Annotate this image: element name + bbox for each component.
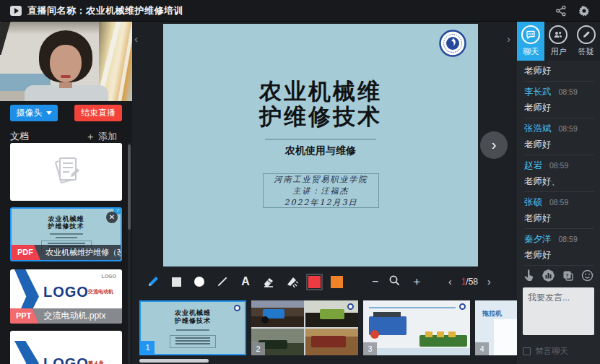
- ppt-badge: PPT: [10, 308, 38, 324]
- slide-thumbnail-2[interactable]: 2: [251, 300, 358, 355]
- room-title: 直播间名称：农业机械维护维修培训: [27, 4, 183, 17]
- slide-credit-box: 河南工业贸易职业学院 主讲：汪福杰 2022年12月3日: [263, 173, 379, 208]
- thumbnail-number: 3: [363, 342, 377, 355]
- left-panel: 摄像头 结束直播 文档 ＋ 添加 农业机械维 护维修技术: [0, 22, 132, 364]
- tab-users[interactable]: 用户: [544, 22, 572, 61]
- eraser-tool-icon[interactable]: [262, 275, 275, 288]
- webcam-preview: [0, 22, 132, 101]
- docs-panel-title: 文档: [10, 130, 29, 143]
- line-tool[interactable]: [216, 275, 229, 288]
- topbar: 直播间名称：农业机械维护维修培训: [0, 0, 600, 22]
- slide-subtitle: 农机使用与维修: [163, 144, 478, 157]
- page-indicator: 1/58: [461, 277, 478, 287]
- slide-title: 农业机械维 护维修技术: [163, 79, 478, 129]
- plus-icon: ＋: [85, 132, 95, 141]
- pencil-icon: [577, 25, 596, 44]
- pdf-badge: PDF: [12, 245, 40, 260]
- live-classroom-app: 直播间名称：农业机械维护维修培训 摄: [0, 0, 600, 364]
- quiz-icon[interactable]: ?: [562, 269, 575, 285]
- ppt-chevron-graphic: [14, 341, 39, 364]
- magnifier-icon[interactable]: [388, 274, 401, 290]
- tractor-photo: [251, 300, 304, 327]
- docs-scrollbar[interactable]: [128, 143, 131, 364]
- emoji-icon[interactable]: [581, 269, 594, 285]
- chat-message: 张浩斌08:59 老师好: [524, 118, 594, 155]
- logo-dot-icon: [459, 303, 466, 310]
- ellipse-tool[interactable]: [193, 275, 206, 288]
- college-logo: [439, 30, 466, 57]
- chat-message: 李长武08:59 老师好: [524, 82, 594, 118]
- zoom-out-button[interactable]: −: [372, 275, 378, 288]
- sprayer-photo: [369, 316, 406, 335]
- checkbox-icon: [523, 347, 531, 355]
- whiteboard-doc-icon: [50, 155, 83, 188]
- raise-hand-icon[interactable]: [523, 269, 535, 285]
- chevron-down-icon: [46, 111, 52, 115]
- chat-sidebar: 聊天 用户 答疑 老师好 李长武08:59 老师好: [517, 22, 600, 364]
- clear-brush-icon[interactable]: [285, 275, 298, 288]
- chat-message: 张腾宇08:59 老师好: [524, 266, 594, 266]
- chat-message: 秦夕洋08:59 老师好: [524, 229, 594, 266]
- color-swatch-red[interactable]: [308, 276, 321, 288]
- thumbnails-scrollbar[interactable]: [139, 359, 209, 363]
- chat-tools-row: ?: [523, 269, 594, 285]
- planter-photo: [419, 335, 467, 347]
- gear-icon[interactable]: [578, 5, 590, 17]
- thumbnail-number: 4: [475, 342, 489, 355]
- svg-text:?: ?: [565, 272, 569, 278]
- main-stage: ‹ › 农业机械维 护维修技术 农机使用与维修 河南工业贸易职业学院 主讲：汪福…: [132, 22, 517, 364]
- chat-message: 老师好: [524, 61, 594, 82]
- thumbnail-number: 1: [141, 341, 155, 354]
- slide-thumbnail-1[interactable]: 农业机械维 护维修技术 1: [139, 300, 246, 355]
- slide-canvas[interactable]: 农业机械维 护维修技术 农机使用与维修 河南工业贸易职业学院 主讲：汪福杰 20…: [163, 24, 478, 266]
- thumbnail-number: 2: [251, 342, 265, 355]
- slide-thumbnail-3[interactable]: 3: [363, 300, 470, 355]
- doc-card-pdf[interactable]: 农业机械维 护维修技术 PDF 农业机械维护维修（改... ? ✕: [10, 207, 122, 261]
- users-icon: [549, 25, 568, 44]
- pen-tool-icon[interactable]: [147, 275, 160, 288]
- next-page-button[interactable]: ›: [487, 276, 491, 287]
- chat-input[interactable]: [523, 287, 594, 335]
- mute-chat-checkbox[interactable]: 禁言聊天: [523, 346, 568, 357]
- next-slide-button[interactable]: ›: [480, 131, 508, 159]
- doc-card-whiteboard[interactable]: [10, 143, 122, 201]
- tab-qa[interactable]: 答疑: [573, 22, 600, 61]
- poll-icon[interactable]: [542, 269, 555, 285]
- chat-message-list[interactable]: 老师好 李长武08:59 老师好 张浩斌08:59 老师好 赵岩08:59 老师…: [524, 61, 594, 266]
- tab-chat[interactable]: 聊天: [517, 22, 544, 61]
- add-document-button[interactable]: ＋ 添加: [85, 130, 117, 143]
- sidebar-tabs: 聊天 用户 答疑: [517, 22, 600, 61]
- rectangle-tool[interactable]: [170, 275, 183, 288]
- live-play-icon: [10, 6, 22, 16]
- doc-label: 农业机械维护维修（改...: [45, 247, 121, 258]
- chat-bubble-icon: [521, 25, 540, 44]
- annotation-toolbar: A − ＋ ‹ 1/58 ›: [132, 271, 517, 292]
- slide-thumbnail-4[interactable]: 拖拉机 4: [475, 300, 517, 355]
- zoom-in-button[interactable]: ＋: [411, 274, 422, 290]
- color-swatch-orange[interactable]: [331, 276, 343, 288]
- chat-message: 张硕08:59 老师好: [524, 192, 594, 229]
- text-tool[interactable]: A: [239, 275, 252, 288]
- doc-label: 交流电动机.pptx: [43, 310, 105, 322]
- share-icon[interactable]: [555, 5, 567, 17]
- end-stream-button[interactable]: 结束直播: [74, 105, 122, 121]
- logo-dot-icon: [347, 303, 354, 310]
- prev-page-button[interactable]: ‹: [448, 276, 452, 287]
- combine-photo: [305, 329, 358, 355]
- collapse-left-icon[interactable]: ‹: [134, 33, 138, 44]
- close-icon[interactable]: ✕: [106, 212, 118, 223]
- doc-card-ppt[interactable]: LOGO LOGO 交流电动机 PPT 交流电动机.pptx: [10, 269, 122, 324]
- doc-card-ppt-2[interactable]: LOGO 第 4 章: [10, 331, 122, 364]
- collapse-right-icon[interactable]: ›: [507, 33, 510, 44]
- camera-button[interactable]: 摄像头: [10, 105, 58, 121]
- chat-message: 赵岩08:59 老师好、: [524, 155, 594, 192]
